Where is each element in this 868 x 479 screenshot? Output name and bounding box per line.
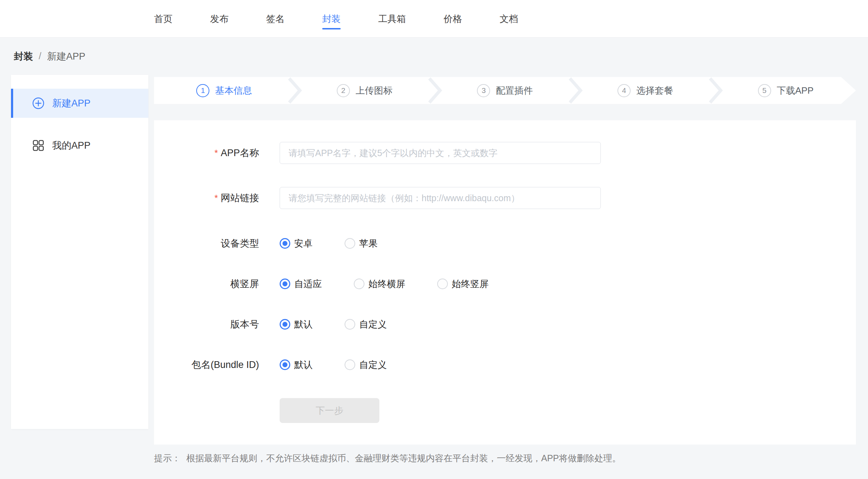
- step-number-badge: 2: [337, 84, 350, 97]
- step-label: 配置插件: [496, 84, 533, 97]
- tip-text: 根据最新平台规则，不允许区块链虚拟币、金融理财类等违规内容在平台封装，一经发现，…: [186, 452, 621, 464]
- step-number-badge: 3: [477, 84, 490, 97]
- sidebar: 新建APP 我的APP: [11, 75, 148, 429]
- radio-android[interactable]: 安卓: [280, 237, 313, 250]
- radio-unselected-icon: [345, 238, 355, 249]
- radio-version-default[interactable]: 默认: [280, 318, 313, 331]
- radio-selected-icon: [280, 238, 290, 249]
- step-number-badge: 1: [196, 84, 209, 97]
- radio-bundle-default[interactable]: 默认: [280, 359, 313, 371]
- site-url-input[interactable]: [280, 187, 601, 209]
- step-label: 下载APP: [777, 84, 814, 97]
- step-label: 上传图标: [356, 84, 392, 97]
- radio-unselected-icon: [437, 279, 448, 289]
- radio-unselected-icon: [354, 279, 364, 289]
- step-download-app[interactable]: 5 下载APP: [715, 77, 856, 104]
- sidebar-item-label: 我的APP: [52, 139, 90, 152]
- field-label: 横竖屏: [154, 277, 280, 290]
- top-navbar: 首页 发布 签名 封装 工具箱 价格 文档: [0, 0, 868, 38]
- field-label: 版本号: [154, 318, 280, 331]
- required-marker: *: [214, 193, 218, 203]
- breadcrumb: 封装 / 新建APP: [0, 38, 868, 75]
- field-label: *网站链接: [154, 192, 280, 204]
- radio-selected-icon: [280, 319, 290, 330]
- grid-icon: [32, 139, 44, 152]
- nav-item-package[interactable]: 封装: [322, 12, 341, 25]
- form-row-bundle-id: 包名(Bundle ID) 默认 自定义: [154, 358, 856, 372]
- step-number-badge: 5: [758, 84, 771, 97]
- form-row-version: 版本号 默认 自定义: [154, 317, 856, 331]
- app-name-input[interactable]: [280, 142, 601, 164]
- radio-apple[interactable]: 苹果: [345, 237, 378, 250]
- nav-item-toolbox[interactable]: 工具箱: [378, 12, 406, 25]
- step-choose-plan[interactable]: 4 选择套餐: [575, 77, 716, 104]
- step-basic-info[interactable]: 1 基本信息: [154, 77, 295, 104]
- radio-adaptive[interactable]: 自适应: [280, 278, 322, 290]
- step-wizard: 1 基本信息 2 上传图标 3 配置插件 4 选择套餐 5 下载APP: [154, 77, 856, 104]
- breadcrumb-current: 新建APP: [47, 50, 86, 63]
- main-column: 1 基本信息 2 上传图标 3 配置插件 4 选择套餐 5 下载APP: [154, 75, 856, 464]
- step-number-badge: 4: [617, 84, 631, 97]
- sidebar-item-label: 新建APP: [52, 97, 90, 110]
- basic-info-form: *APP名称 *网站链接 设备类型 安卓 苹果: [154, 120, 856, 445]
- form-row-site-url: *网站链接: [154, 187, 856, 209]
- step-upload-icon[interactable]: 2 上传图标: [295, 77, 435, 104]
- step-label: 选择套餐: [636, 84, 673, 97]
- field-label: 包名(Bundle ID): [154, 358, 280, 371]
- nav-item-docs[interactable]: 文档: [500, 12, 518, 25]
- radio-unselected-icon: [345, 319, 355, 330]
- form-row-device-type: 设备类型 安卓 苹果: [154, 236, 856, 250]
- breadcrumb-separator: /: [39, 51, 42, 62]
- content-area: 新建APP 我的APP 1 基本信息 2: [0, 75, 868, 464]
- platform-rule-tip: 提示： 根据最新平台规则，不允许区块链虚拟币、金融理财类等违规内容在平台封装，一…: [154, 452, 856, 464]
- breadcrumb-parent[interactable]: 封装: [14, 50, 33, 63]
- form-row-app-name: *APP名称: [154, 142, 856, 164]
- sidebar-item-my-apps[interactable]: 我的APP: [11, 131, 148, 160]
- nav-item-sign[interactable]: 签名: [266, 12, 285, 25]
- field-label: 设备类型: [154, 237, 280, 250]
- radio-unselected-icon: [345, 359, 355, 370]
- required-marker: *: [214, 148, 218, 158]
- nav-item-home[interactable]: 首页: [154, 12, 172, 25]
- step-configure-plugins[interactable]: 3 配置插件: [435, 77, 575, 104]
- next-step-button[interactable]: 下一步: [280, 398, 379, 423]
- button-row: 下一步: [154, 398, 856, 423]
- sidebar-item-new-app[interactable]: 新建APP: [11, 89, 148, 118]
- form-row-orientation: 横竖屏 自适应 始终横屏 始终竖屏: [154, 277, 856, 291]
- nav-item-pricing[interactable]: 价格: [444, 12, 462, 25]
- field-label: *APP名称: [154, 147, 280, 159]
- plus-circle-icon: [32, 97, 44, 109]
- radio-always-landscape[interactable]: 始终横屏: [354, 278, 405, 290]
- step-label: 基本信息: [215, 84, 252, 97]
- radio-version-custom[interactable]: 自定义: [345, 318, 387, 331]
- radio-selected-icon: [280, 359, 290, 370]
- radio-bundle-custom[interactable]: 自定义: [345, 359, 387, 371]
- radio-always-portrait[interactable]: 始终竖屏: [437, 278, 489, 290]
- radio-selected-icon: [280, 279, 290, 289]
- nav-item-publish[interactable]: 发布: [210, 12, 229, 25]
- tip-prefix: 提示：: [154, 452, 181, 464]
